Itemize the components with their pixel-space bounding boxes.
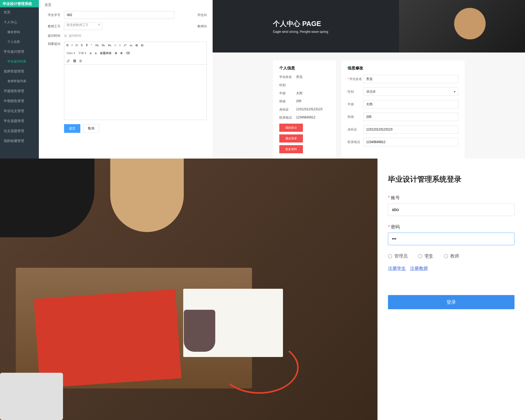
info-row: 联系电话12345645612 (279, 116, 330, 120)
sidebar-item[interactable]: 中期报告管理﹀ (0, 96, 39, 106)
editor-tool-icon[interactable]: ⊞ (135, 44, 138, 47)
editor-tool-icon[interactable]: ≣ (115, 51, 117, 55)
sidebar-item[interactable]: 老师答疑列表 (0, 76, 39, 86)
rich-editor: BIUSϑ"H₃H₄H₅≡≡x²x₂⊞⊟14px ▾字体 ▾AA标题单体≣≣⌫🔗… (64, 42, 207, 120)
question-content-label: 我要提问 (45, 42, 60, 46)
editor-tool-icon[interactable]: I (72, 44, 72, 47)
password-input[interactable] (388, 233, 514, 245)
hero-subtitle: Eagle wind strong, Pengfei wave spring (273, 30, 328, 34)
teacher-id-select[interactable]: 请选择教师工号 (64, 23, 102, 30)
register-link[interactable]: 注册学生 (388, 265, 406, 271)
editor-tool-icon[interactable]: ≡ (119, 44, 121, 47)
login-form: 毕业设计管理系统登录 *账号 *密码 管理员学生教师 注册学生注册教师 登录 (377, 159, 525, 420)
card-title-edit: 信息修改 (348, 66, 458, 71)
editor-tool-icon[interactable]: U (76, 44, 78, 47)
account-input[interactable] (388, 203, 514, 216)
chevron-down-icon: ﹀ (33, 119, 35, 123)
info-value: 齐贝 (296, 75, 302, 79)
font-size-select[interactable]: 14px ▾ (66, 51, 75, 55)
editor-tool-icon[interactable]: 标题单体 (100, 51, 112, 55)
sidebar-item[interactable]: 修改密码 (0, 27, 39, 37)
hero-title: 个人中心 PAGE (273, 19, 328, 28)
chevron-down-icon: ﹀ (33, 109, 35, 113)
sidebar-item[interactable]: 开题报告管理﹀ (0, 86, 39, 96)
editor-tool-icon[interactable]: H₃ (96, 44, 99, 47)
account-label: 账号 (391, 195, 400, 201)
editor-tool-icon[interactable]: H₅ (108, 44, 111, 47)
student-id-input[interactable] (64, 11, 174, 19)
register-link[interactable]: 注册教师 (410, 265, 428, 271)
form-input[interactable] (363, 125, 458, 134)
form-label: 性别 (348, 90, 363, 94)
sidebar-item[interactable]: 老师答疑管理﹀ (0, 66, 39, 76)
chevron-down-icon: ▾ (454, 90, 455, 93)
editor-tool-icon[interactable]: ≡ (114, 44, 116, 47)
editor-tool-icon[interactable]: 🔗 (66, 59, 70, 63)
editor-tool-icon[interactable]: " (91, 44, 92, 47)
sidebar-item[interactable]: 首页 (0, 7, 39, 17)
form-input[interactable] (363, 100, 458, 108)
form-select[interactable]: 请选择▾ (363, 87, 458, 96)
sidebar-item[interactable]: 我的收藏管理﹀ (0, 136, 39, 146)
editor-tool-icon[interactable]: 🖼 (73, 59, 76, 63)
cancel-button[interactable]: 取消 (83, 124, 99, 133)
radio-icon (418, 254, 422, 258)
chevron-down-icon: ﹀ (33, 139, 35, 143)
sidebar-item[interactable]: 学生提问管理﹀ (0, 47, 39, 57)
card-title-info: 个人信息 (279, 66, 330, 71)
sidebar-item[interactable]: 学生选题管理﹀ (0, 116, 39, 126)
editor-tool-icon[interactable]: A (90, 52, 92, 55)
form-input[interactable] (363, 138, 458, 146)
sidebar-item[interactable]: 毕业论文管理﹀ (0, 106, 39, 116)
editor-tool-icon[interactable]: x² (124, 44, 127, 47)
info-value: 大四 (296, 91, 302, 96)
editor-body[interactable] (64, 65, 207, 120)
profile-action-button[interactable]: 更多资料 (279, 145, 303, 153)
question-time-placeholder[interactable]: 提问时间 (69, 34, 81, 38)
submit-button[interactable]: 提交 (64, 124, 80, 133)
editor-tool-icon[interactable]: S (81, 44, 83, 47)
role-radio[interactable]: 管理员 (388, 253, 408, 259)
chevron-down-icon: ﹀ (33, 21, 35, 24)
editor-tool-icon[interactable]: H₄ (102, 44, 105, 47)
cursor-icon: ⬚ (426, 253, 431, 259)
sidebar-item[interactable]: 个人信息 (0, 37, 39, 47)
form-label: 联系电话 (348, 140, 363, 144)
info-value: 205 (296, 99, 301, 104)
editor-tool-icon[interactable]: ≣ (120, 51, 123, 55)
chevron-down-icon: ﹀ (33, 99, 35, 103)
info-row: 身份证123123123123123 (279, 107, 330, 112)
sidebar: 毕业设计管理系统 首页个人中心﹀修改密码个人信息学生提问管理﹀学生提问列表老师答… (0, 0, 39, 159)
question-time-label: 提问时间 (45, 34, 60, 38)
info-row: 性别 (279, 83, 330, 87)
form-label: 学生姓名 (348, 77, 363, 81)
form-input[interactable] (363, 75, 458, 83)
sidebar-item[interactable]: 个人中心﹀ (0, 17, 39, 27)
editor-tool-icon[interactable]: ⊟ (141, 44, 143, 47)
editor-tool-icon[interactable]: ϑ (86, 44, 88, 47)
editor-tool-icon[interactable]: ☰ (79, 59, 82, 63)
info-label: 身份证 (279, 107, 296, 112)
editor-tool-icon[interactable]: ⌫ (126, 51, 130, 55)
profile-action-button[interactable]: 我的前台 (279, 124, 303, 132)
chevron-down-icon: ﹀ (33, 50, 35, 54)
login-button[interactable]: 登录 (388, 295, 514, 309)
form-row: 联系电话 (348, 138, 458, 146)
app-logo: 毕业设计管理系统 (0, 0, 39, 7)
form-input[interactable] (363, 113, 458, 121)
sidebar-item[interactable]: 论文选题管理﹀ (0, 126, 39, 136)
required-mark: * (388, 195, 390, 201)
editor-tool-icon[interactable]: x₂ (130, 44, 132, 47)
role-radio[interactable]: 教师 (444, 253, 459, 259)
form-label: 身份证 (348, 127, 363, 132)
editor-tool-icon[interactable]: A (95, 52, 97, 55)
radio-icon (388, 254, 392, 258)
side-label-2: 教师问 (197, 24, 207, 29)
form-row: 年级 (348, 100, 458, 108)
hero-image (399, 0, 525, 52)
profile-action-button[interactable]: 退出登录 (279, 134, 303, 143)
editor-tool-icon[interactable]: B (66, 44, 69, 47)
font-family-select[interactable]: 字体 ▾ (78, 51, 86, 55)
login-panel: 毕业设计管理系统登录 *账号 *密码 管理员学生教师 注册学生注册教师 登录 (0, 159, 525, 420)
sidebar-item[interactable]: 学生提问列表 (0, 57, 39, 66)
